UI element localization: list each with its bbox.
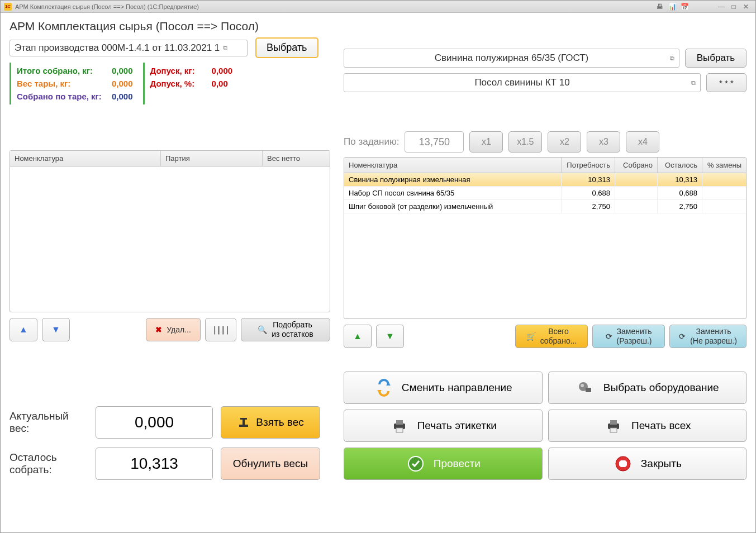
actual-weight-label: Актуальный вес: <box>9 410 88 435</box>
rcol-remaining[interactable]: Осталось <box>658 158 702 173</box>
replace-allowed-button[interactable]: ⟳Заменить (Разреш.) <box>592 325 665 348</box>
app-window: 1C АРМ Комплектация сырья (Посол ==> Пос… <box>0 0 756 533</box>
replace-not-allowed-button[interactable]: ⟳Заменить (Не разреш.) <box>669 325 747 348</box>
svg-rect-2 <box>240 418 247 420</box>
titlebar: 1C АРМ Комплектация сырья (Посол ==> Пос… <box>1 1 755 13</box>
mult-x15-button[interactable]: x1.5 <box>508 131 542 153</box>
check-icon <box>406 454 426 474</box>
rcol-nomenclature[interactable]: Номенклатура <box>344 158 562 173</box>
select-equipment-button[interactable]: Выбрать оборудование <box>548 372 747 404</box>
barcode-button[interactable]: |||| <box>205 318 236 341</box>
close-button[interactable]: Закрыть <box>548 448 747 480</box>
delete-icon: ✖ <box>155 325 162 334</box>
rcol-replace-pct[interactable]: % замены <box>702 158 746 173</box>
stop-icon <box>613 454 633 474</box>
select-product-button[interactable]: Выбрать <box>685 49 747 68</box>
mult-x3-button[interactable]: x3 <box>587 131 620 153</box>
svg-rect-10 <box>396 428 403 432</box>
reset-scales-button[interactable]: Обнулить весы <box>221 448 320 480</box>
rcol-collected[interactable]: Собрано <box>615 158 658 173</box>
refresh-icon: ⟳ <box>606 332 612 341</box>
svg-point-7 <box>581 384 584 387</box>
by-task-label: По заданию: <box>344 136 399 147</box>
col-nomenclature[interactable]: Номенклатура <box>10 151 161 166</box>
collected-table: Номенклатура Партия Вес нетто <box>9 150 330 312</box>
calendar-icon[interactable]: 📅 <box>679 2 690 12</box>
refresh-icon: ⟳ <box>679 332 686 341</box>
barcode-icon: |||| <box>212 325 229 334</box>
total-collected-label: Итого собрано, кг: <box>17 66 112 75</box>
tolerance-pct-value: 0,00 <box>212 79 228 88</box>
minimize-icon[interactable]: — <box>716 2 726 12</box>
search-icon: 🔍 <box>258 325 267 335</box>
product-input[interactable]: Свинина полужирная 65/35 (ГОСТ)⧉ <box>344 49 679 68</box>
svg-marker-16 <box>619 460 627 467</box>
open-ref-icon[interactable]: ⧉ <box>691 79 696 87</box>
print-label-button[interactable]: Печать этикетки <box>344 410 543 442</box>
delete-button[interactable]: ✖Удал... <box>146 318 201 341</box>
swap-icon <box>374 378 394 398</box>
by-tare-value: 0,000 <box>112 92 133 101</box>
print-icon[interactable]: 🖶 <box>655 2 665 12</box>
app-logo-icon: 1C <box>4 3 12 11</box>
svg-rect-13 <box>610 428 617 432</box>
equipment-icon <box>576 378 596 398</box>
change-direction-button[interactable]: Сменить направление <box>344 372 543 404</box>
actual-weight-value: 0,000 <box>96 406 213 439</box>
printer-icon <box>603 416 624 436</box>
tolerance-kg-label: Допуск, кг: <box>150 66 212 75</box>
tolerance-kg-value: 0,000 <box>212 66 233 75</box>
task-value: 13,750 <box>405 131 464 153</box>
tare-weight-value: 0,000 <box>112 79 133 88</box>
cart-icon: 🛒 <box>526 332 536 341</box>
open-ref-icon[interactable]: ⧉ <box>223 44 227 51</box>
svg-rect-9 <box>396 420 403 425</box>
mult-x1-button[interactable]: x1 <box>469 131 503 153</box>
stage-input[interactable]: Этап производства 000М-1.4.1 от 11.03.20… <box>9 40 248 56</box>
recipe-input[interactable]: Посол свинины КТ 10⧉ <box>344 73 701 92</box>
col-batch[interactable]: Партия <box>161 151 263 166</box>
by-tare-label: Собрано по таре, кг: <box>17 92 112 101</box>
scale-icon <box>237 416 250 429</box>
remain-collect-value: 10,313 <box>96 448 213 480</box>
page-title: АРМ Комплектация сырья (Посол ==> Посол) <box>9 20 747 33</box>
stage-value: Этап производства 000М-1.4.1 от 11.03.20… <box>15 42 220 54</box>
svg-rect-12 <box>610 420 617 425</box>
pick-from-stock-button[interactable]: 🔍Подобрать из остатков <box>241 318 330 341</box>
commit-button[interactable]: Провести <box>344 448 543 480</box>
close-window-icon[interactable]: ✕ <box>741 2 751 12</box>
collected-table-body <box>10 166 330 312</box>
calc-icon[interactable]: 📊 <box>667 2 677 12</box>
move-up-button[interactable]: ▲ <box>9 318 37 341</box>
table-row[interactable]: Шпиг боковой (от разделки) измельченный2… <box>344 200 746 213</box>
mult-x4-button[interactable]: x4 <box>626 131 659 153</box>
svg-rect-6 <box>586 388 591 392</box>
table-row[interactable]: Набор СП посол свинина 65/350,6880,688 <box>344 187 746 200</box>
tolerance-pct-label: Допуск, %: <box>150 79 212 88</box>
select-stage-button[interactable]: Выбрать <box>255 37 318 58</box>
tare-weight-label: Вес тары, кг: <box>17 79 112 88</box>
open-ref-icon[interactable]: ⧉ <box>670 55 674 62</box>
printer-icon <box>389 416 410 436</box>
requirements-table: Номенклатура Потребность Собрано Осталос… <box>344 157 747 319</box>
svg-rect-1 <box>243 419 245 425</box>
remain-collect-label: Осталось собрать: <box>9 451 88 476</box>
print-all-button[interactable]: Печать всех <box>548 410 747 442</box>
take-weight-button[interactable]: Взять вес <box>221 406 320 439</box>
col-net-weight[interactable]: Вес нетто <box>263 151 330 166</box>
window-title: АРМ Комплектация сырья (Посол ==> Посол)… <box>15 3 199 10</box>
requirements-table-body: Свинина полужирная измельченная10,31310,… <box>344 173 746 318</box>
move-down-button[interactable]: ▼ <box>42 318 70 341</box>
maximize-icon[interactable]: □ <box>729 2 739 12</box>
mult-x2-button[interactable]: x2 <box>548 131 581 153</box>
recipe-more-button[interactable]: * * * <box>706 73 747 92</box>
move-up-button[interactable]: ▲ <box>344 325 372 348</box>
total-collected-button[interactable]: 🛒Всего собрано... <box>515 325 588 348</box>
total-collected-value: 0,000 <box>112 66 133 75</box>
rcol-required[interactable]: Потребность <box>562 158 615 173</box>
move-down-button[interactable]: ▼ <box>376 325 404 348</box>
table-row[interactable]: Свинина полужирная измельченная10,31310,… <box>344 173 746 187</box>
svg-rect-0 <box>239 425 248 427</box>
